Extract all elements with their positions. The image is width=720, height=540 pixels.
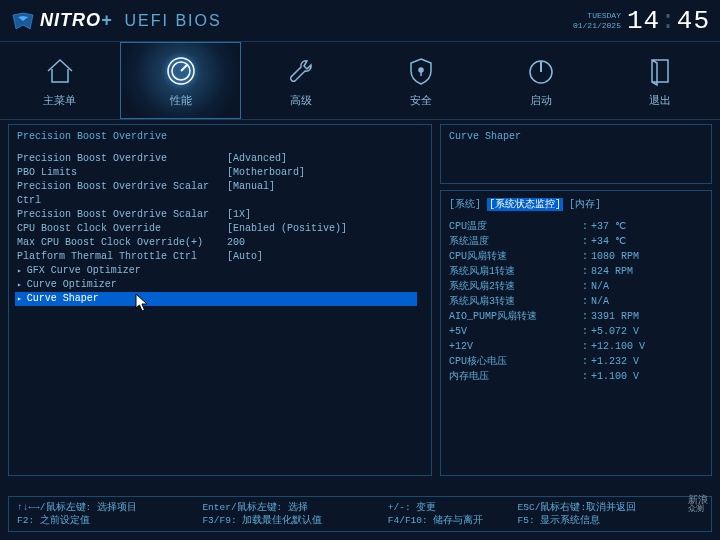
brand-name: NITRO+ — [40, 10, 113, 31]
monitor-row: 系统风扇3转速:N/A — [449, 294, 703, 309]
nav-exit[interactable]: 退出 — [600, 42, 720, 119]
hint-f4f10: F4/F10: 储存与离开 — [388, 514, 518, 527]
monitor-row: 系统温度:+34 ℃ — [449, 234, 703, 249]
hint-navigate: ↑↓←→/鼠标左键: 选择项目 — [17, 501, 202, 514]
brand-logo: NITRO+ UEFI BIOS — [10, 10, 222, 31]
power-icon — [523, 53, 559, 89]
settings-panel: Precision Boost Overdrive Precision Boos… — [8, 124, 432, 476]
monitor-row: 内存电压:+1.100 V — [449, 369, 703, 384]
header: NITRO+ UEFI BIOS TUESDAY 01/21/2025 14:4… — [0, 0, 720, 42]
monitor-tabs: [系统] [系统状态监控] [内存] — [449, 197, 703, 211]
monitor-row: AIO_PUMP风扇转速:3391 RPM — [449, 309, 703, 324]
submenu-curve-shaper[interactable]: Curve Shaper — [15, 292, 417, 306]
hint-esc: ESC/鼠标右键:取消并返回 — [518, 501, 703, 514]
monitor-row: 系统风扇1转速:824 RPM — [449, 264, 703, 279]
gauge-icon — [163, 53, 199, 89]
day-of-week: TUESDAY — [573, 11, 621, 21]
home-icon — [42, 53, 78, 89]
submenu-gfx-curve-optimizer[interactable]: GFX Curve Optimizer — [17, 264, 423, 278]
hint-f5: F5: 显示系统信息 — [518, 514, 703, 527]
hint-f3f9: F3/F9: 加载最佳化默认值 — [202, 514, 387, 527]
setting-row[interactable]: Max CPU Boost Clock Override(+)200 — [17, 236, 423, 250]
tab-memory[interactable]: [内存] — [569, 199, 601, 210]
submenu-curve-optimizer[interactable]: Curve Optimizer — [17, 278, 423, 292]
nav-performance[interactable]: 性能 — [120, 42, 242, 119]
hint-plusminus: +/-: 变更 — [388, 501, 518, 514]
svg-point-2 — [419, 68, 423, 72]
help-title: Curve Shaper — [449, 131, 703, 142]
nav-boot[interactable]: 启动 — [481, 42, 601, 119]
bios-label: UEFI BIOS — [125, 12, 222, 30]
date: 01/21/2025 — [573, 21, 621, 31]
monitor-panel: [系统] [系统状态监控] [内存] CPU温度:+37 ℃系统温度:+34 ℃… — [440, 190, 712, 476]
monitor-row: +5V:+5.072 V — [449, 324, 703, 339]
datetime-display: TUESDAY 01/21/2025 14:45 — [573, 6, 710, 36]
nav-advanced[interactable]: 高级 — [241, 42, 361, 119]
sapphire-logo-icon — [10, 11, 36, 31]
main-nav: 主菜单 性能 高级 安全 启动 退出 — [0, 42, 720, 120]
wrench-icon — [283, 53, 319, 89]
setting-row[interactable]: Precision Boost Overdrive Scalar[1X] — [17, 208, 423, 222]
setting-row[interactable]: PBO Limits[Motherboard] — [17, 166, 423, 180]
hint-f2: F2: 之前设定值 — [17, 514, 202, 527]
clock: 14:45 — [627, 6, 710, 36]
setting-row[interactable]: Platform Thermal Throttle Ctrl[Auto] — [17, 250, 423, 264]
section-title: Precision Boost Overdrive — [17, 131, 423, 142]
exit-icon — [642, 53, 678, 89]
monitor-row: 系统风扇2转速:N/A — [449, 279, 703, 294]
setting-row[interactable]: CPU Boost Clock Override[Enabled (Positi… — [17, 222, 423, 236]
setting-row[interactable]: Precision Boost Overdrive Scalar Ctrl[Ma… — [17, 180, 423, 208]
monitor-row: CPU核心电压:+1.232 V — [449, 354, 703, 369]
footer-hints: ↑↓←→/鼠标左键: 选择项目F2: 之前设定值 Enter/鼠标左键: 选择F… — [8, 496, 712, 532]
setting-row[interactable]: Precision Boost Overdrive[Advanced] — [17, 152, 423, 166]
monitor-row: +12V:+12.100 V — [449, 339, 703, 354]
tab-system-monitor[interactable]: [系统状态监控] — [487, 198, 563, 211]
monitor-row: CPU风扇转速:1080 RPM — [449, 249, 703, 264]
watermark: 新浪众测 — [688, 494, 708, 514]
nav-security[interactable]: 安全 — [361, 42, 481, 119]
shield-icon — [403, 53, 439, 89]
tab-system[interactable]: [系统] — [449, 199, 481, 210]
nav-main-menu[interactable]: 主菜单 — [0, 42, 120, 119]
monitor-row: CPU温度:+37 ℃ — [449, 219, 703, 234]
help-panel: Curve Shaper — [440, 124, 712, 184]
hint-enter: Enter/鼠标左键: 选择 — [202, 501, 387, 514]
